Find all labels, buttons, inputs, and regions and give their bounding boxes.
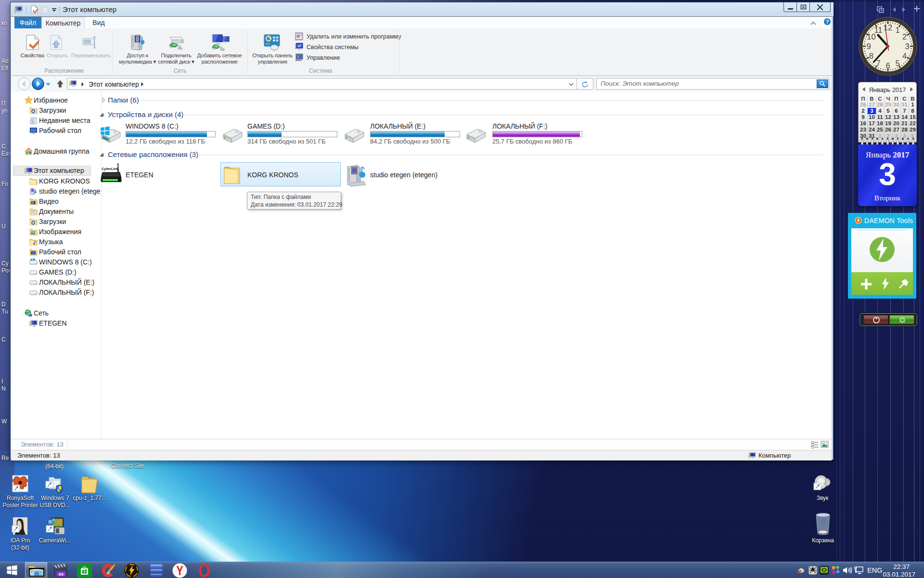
svg-text:8: 8 (869, 52, 873, 60)
svg-text:3: 3 (905, 42, 909, 51)
svg-text:4: 4 (902, 52, 907, 60)
svg-text:6: 6 (886, 61, 890, 70)
svg-text:2: 2 (902, 32, 907, 41)
svg-text:1: 1 (895, 26, 899, 34)
svg-text:ex: ex (59, 572, 64, 577)
svg-text:12: 12 (884, 23, 892, 32)
svg-text:5: 5 (895, 59, 899, 67)
svg-text:9: 9 (866, 42, 871, 51)
svg-text:11: 11 (874, 26, 882, 34)
svg-text:CyberLink: CyberLink (102, 167, 118, 171)
